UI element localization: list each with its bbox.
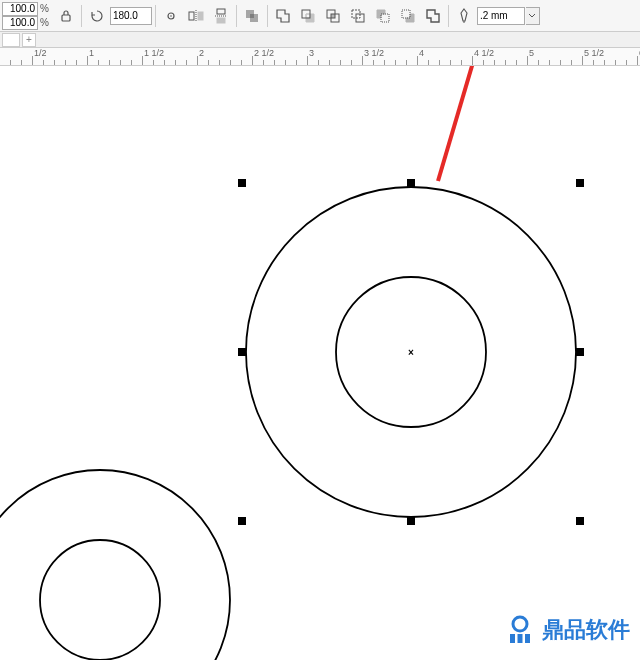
selection-handle[interactable] xyxy=(576,348,584,356)
svg-rect-0 xyxy=(62,15,70,21)
mirror-vertical-button[interactable] xyxy=(209,4,233,28)
intersect-icon xyxy=(325,8,341,24)
canvas-svg xyxy=(0,66,640,660)
weld-button[interactable] xyxy=(271,4,295,28)
stroke-width-dropdown[interactable] xyxy=(526,7,540,25)
scale-x-input[interactable] xyxy=(2,2,38,16)
watermark-logo-icon xyxy=(504,614,536,646)
rotate-button[interactable] xyxy=(85,4,109,28)
selection-handle[interactable] xyxy=(576,179,584,187)
combine-icon xyxy=(244,8,260,24)
drawing-canvas[interactable]: × xyxy=(0,66,640,660)
selection-handle[interactable] xyxy=(576,517,584,525)
snap-point-button[interactable] xyxy=(159,4,183,28)
percent-label-y: % xyxy=(40,16,49,30)
svg-point-2 xyxy=(170,15,172,17)
mirror-horizontal-button[interactable] xyxy=(184,4,208,28)
combine-button[interactable] xyxy=(240,4,264,28)
intersect-button[interactable] xyxy=(321,4,345,28)
separator xyxy=(155,5,156,27)
outline-pen-button[interactable] xyxy=(452,4,476,28)
separator xyxy=(236,5,237,27)
svg-rect-17 xyxy=(381,14,389,22)
selection-handle[interactable] xyxy=(238,517,246,525)
svg-point-21 xyxy=(513,617,527,631)
front-minus-back-icon xyxy=(375,8,391,24)
create-boundary-icon xyxy=(425,8,441,24)
front-minus-back-button[interactable] xyxy=(371,4,395,28)
snap-point-icon xyxy=(164,9,178,23)
lock-icon xyxy=(59,9,73,23)
separator xyxy=(267,5,268,27)
tab-add-button[interactable]: + xyxy=(22,33,36,47)
rotation-input[interactable] xyxy=(110,7,152,25)
percent-label-x: % xyxy=(40,2,49,16)
selection-handle[interactable] xyxy=(407,517,415,525)
selection-handle[interactable] xyxy=(407,179,415,187)
weld-icon xyxy=(275,8,291,24)
scale-y-input[interactable] xyxy=(2,16,38,30)
svg-rect-23 xyxy=(518,634,523,643)
simplify-button[interactable] xyxy=(346,4,370,28)
svg-rect-3 xyxy=(189,12,194,20)
separator xyxy=(81,5,82,27)
chevron-down-icon xyxy=(528,13,536,19)
svg-rect-14 xyxy=(331,14,335,18)
scale-inputs xyxy=(2,2,38,30)
lock-ratio-button[interactable] xyxy=(54,4,78,28)
document-tabs: + xyxy=(0,32,640,48)
trim-icon xyxy=(300,8,316,24)
property-toolbar: % % xyxy=(0,0,640,32)
svg-rect-6 xyxy=(217,9,225,14)
svg-rect-22 xyxy=(510,634,515,643)
watermark: 鼎品软件 xyxy=(504,614,630,646)
rotate-icon xyxy=(90,9,104,23)
percent-labels: % % xyxy=(39,2,53,30)
selection-center-mark: × xyxy=(408,347,414,358)
horizontal-ruler[interactable]: 1/211 1/222 1/233 1/244 1/255 1/26 xyxy=(0,48,640,66)
mirror-vertical-icon xyxy=(214,8,228,24)
outline-pen-icon xyxy=(457,8,471,24)
svg-rect-4 xyxy=(198,12,203,20)
mirror-horizontal-icon xyxy=(188,9,204,23)
ring2-inner[interactable] xyxy=(40,540,160,660)
selection-handle[interactable] xyxy=(238,179,246,187)
svg-rect-7 xyxy=(217,18,225,23)
tab-current[interactable] xyxy=(2,33,20,47)
ring2-outer[interactable] xyxy=(0,470,230,660)
create-boundary-button[interactable] xyxy=(421,4,445,28)
svg-rect-24 xyxy=(525,634,530,643)
back-minus-front-icon xyxy=(400,8,416,24)
separator xyxy=(448,5,449,27)
back-minus-front-button[interactable] xyxy=(396,4,420,28)
selection-handle[interactable] xyxy=(238,348,246,356)
trim-button[interactable] xyxy=(296,4,320,28)
watermark-text: 鼎品软件 xyxy=(542,615,630,645)
simplify-icon xyxy=(350,8,366,24)
stroke-width-input[interactable] xyxy=(477,7,525,25)
svg-rect-10 xyxy=(250,14,258,22)
svg-rect-18 xyxy=(402,10,410,18)
